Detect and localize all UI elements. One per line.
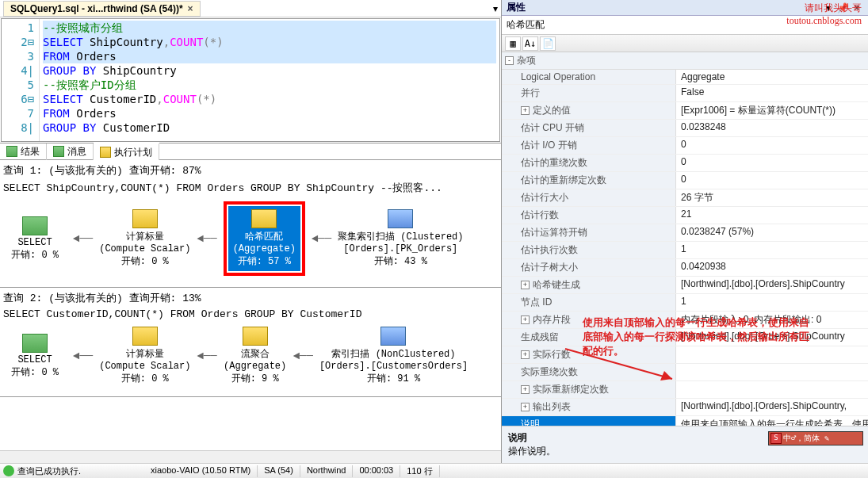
alphabetical-icon[interactable]: A↓	[522, 36, 538, 51]
ime-icon: S	[770, 433, 782, 444]
operator-icon	[251, 209, 277, 228]
sql-editor[interactable]: 12⊟34|56⊟78| --按照城市分组SELECT ShipCountry,…	[1, 18, 500, 142]
plan-row: SELECT开销: 0 %◄──计算标量(Compute Scalar)开销: …	[3, 322, 498, 390]
query-sql: SELECT ShipCountry,COUNT(*) FROM Orders …	[3, 179, 498, 197]
property-row[interactable]: +输出列表[Northwind].[dbo].[Orders].ShipCoun…	[502, 399, 868, 416]
property-row[interactable]: 估计 I/O 开销0	[502, 137, 868, 155]
status-segment: SA (54)	[258, 465, 300, 477]
property-row[interactable]: 并行False	[502, 85, 868, 102]
document-tab[interactable]: SQLQuery1.sql - xi...rthwind (SA (54))* …	[3, 1, 201, 17]
ime-bar[interactable]: S 中♂，简体 ✎	[768, 431, 863, 445]
status-segment: 00:00:03	[353, 465, 400, 477]
panel-title: 属性	[507, 1, 526, 14]
property-row[interactable]: +定义的值[Expr1006] = 标量运算符(COUNT(*))	[502, 102, 868, 120]
property-row[interactable]: Logical OperationAggregate	[502, 70, 868, 85]
arrow-icon: ◄──	[197, 232, 216, 245]
status-segment: xiaobo-VAIO (10.50 RTM)	[144, 465, 258, 477]
result-tab[interactable]: 消息	[47, 143, 94, 160]
arrow-icon: ◄──	[73, 350, 93, 362]
plan-node[interactable]: 索引扫描 (NonClustered)[Orders].[CustomersOr…	[319, 327, 468, 385]
result-tab[interactable]: 结果	[0, 143, 47, 160]
collapse-icon[interactable]: -	[505, 56, 514, 65]
sql-editor-panel: SQLQuery1.sql - xi...rthwind (SA (54))* …	[0, 0, 502, 463]
property-row[interactable]: 节点 ID1	[502, 294, 868, 312]
properties-toolbar: ▦ A↓ 📄	[502, 35, 868, 52]
result-tabs: 结果消息执行计划	[0, 143, 501, 160]
operator-icon	[132, 327, 158, 346]
query-block-1: 查询 1: (与该批有关的) 查询开销: 87% SELECT ShipCoun…	[0, 160, 501, 288]
categorized-icon[interactable]: ▦	[505, 36, 521, 51]
arrow-icon: ◄──	[73, 232, 93, 245]
operator-icon	[132, 209, 158, 228]
status-text: 查询已成功执行.	[17, 465, 144, 477]
plan-node[interactable]: 计算标量(Compute Scalar)开销: 0 %	[99, 209, 190, 268]
tab-icon	[53, 146, 64, 157]
line-gutter: 12⊟34|56⊟78|	[2, 19, 40, 141]
success-icon	[3, 465, 14, 476]
property-row[interactable]: 估计执行次数1	[502, 242, 868, 259]
close-icon[interactable]: ×	[188, 3, 193, 14]
ime-text: 中♂，简体 ✎	[783, 433, 829, 444]
arrow-icon: ◄──	[197, 350, 216, 362]
property-row[interactable]: 估计行数21	[502, 207, 868, 224]
plan-node[interactable]: SELECT开销: 0 %	[3, 334, 67, 379]
property-row[interactable]: +实际重新绑定次数	[502, 381, 868, 399]
operator-icon	[243, 327, 268, 346]
property-row[interactable]: 实际重绕次数	[502, 364, 868, 381]
document-tab-bar: SQLQuery1.sql - xi...rthwind (SA (54))* …	[0, 0, 501, 17]
operator-icon	[22, 334, 48, 353]
code-area[interactable]: --按照城市分组SELECT ShipCountry,COUNT(*)FROM …	[40, 19, 499, 141]
horizontal-scrollbar[interactable]	[0, 450, 501, 463]
property-category[interactable]: - 杂项	[502, 52, 868, 70]
plan-row: SELECT开销: 0 %◄──计算标量(Compute Scalar)开销: …	[3, 197, 498, 281]
expand-icon[interactable]: +	[521, 281, 530, 289]
arrow-icon: ◄──	[312, 232, 331, 245]
plan-node[interactable]: 聚集索引扫描 (Clustered)[Orders].[PK_Orders]开销…	[338, 209, 463, 268]
arrow-icon: ◄──	[293, 350, 313, 362]
operator-icon	[380, 327, 406, 346]
query-header: 查询 2: (与该批有关的) 查询开销: 13%	[3, 289, 498, 307]
properties-icon[interactable]: 📄	[540, 36, 556, 51]
status-segment: 110 行	[400, 465, 439, 477]
property-row[interactable]: 估计的重绕次数0	[502, 155, 868, 172]
property-row[interactable]: 估计行大小26 字节	[502, 189, 868, 207]
expand-icon[interactable]: +	[521, 350, 530, 359]
properties-panel: 请叫我头头哥 toutou.cnblogs.com 属性 ▾ 📌 × 哈希匹配 …	[502, 0, 868, 463]
watermark: 请叫我头头哥 toutou.cnblogs.com	[786, 2, 862, 27]
property-row[interactable]: +实际行数	[502, 346, 868, 364]
query-sql: SELECT CustomerID,COUNT(*) FROM Orders G…	[3, 307, 498, 322]
plan-node[interactable]: 流聚合(Aggregate)开销: 9 %	[224, 327, 287, 385]
plan-node[interactable]: SELECT开销: 0 %	[3, 216, 67, 262]
property-row[interactable]: 估计 CPU 开销0.0238248	[502, 120, 868, 137]
expand-icon[interactable]: +	[521, 106, 530, 115]
operator-icon	[22, 216, 48, 235]
property-row[interactable]: 估计运算符开销0.0238247 (57%)	[502, 224, 868, 242]
property-row[interactable]: 估计的重新绑定次数0	[502, 172, 868, 189]
expand-icon[interactable]: +	[521, 403, 530, 411]
property-row[interactable]: +内存片段内存片段输入: 0, 内存片段输出: 0	[502, 312, 868, 329]
property-row[interactable]: 说明使用来自顶部输入的每一行生成哈希表，使用	[502, 416, 868, 426]
tab-icon	[100, 147, 111, 158]
status-segment: Northwind	[300, 465, 354, 477]
desc-value: 操作说明。	[508, 445, 862, 458]
expand-icon[interactable]: +	[521, 315, 530, 324]
property-row[interactable]: +哈希键生成[Northwind].[dbo].[Orders].ShipCou…	[502, 277, 868, 294]
query-block-2: 查询 2: (与该批有关的) 查询开销: 13% SELECT Customer…	[0, 288, 501, 397]
expand-icon[interactable]: +	[521, 385, 530, 394]
execution-plan-area[interactable]: 查询 1: (与该批有关的) 查询开销: 87% SELECT ShipCoun…	[0, 160, 501, 450]
operator-icon	[388, 209, 413, 228]
status-bar: 查询已成功执行. xiaobo-VAIO (10.50 RTM)SA (54)N…	[0, 463, 868, 478]
query-header: 查询 1: (与该批有关的) 查询开销: 87%	[3, 162, 498, 179]
dropdown-icon[interactable]: ▾	[493, 3, 498, 14]
result-tab[interactable]: 执行计划	[94, 143, 159, 161]
document-title: SQLQuery1.sql - xi...rthwind (SA (54))*	[10, 3, 183, 14]
properties-grid[interactable]: - 杂项 Logical OperationAggregate并行False+定…	[502, 52, 868, 426]
plan-node[interactable]: 计算标量(Compute Scalar)开销: 0 %	[99, 327, 190, 385]
property-row[interactable]: 生成残留[Northwind].[dbo].[Orders].ShipCount…	[502, 329, 868, 346]
plan-node[interactable]: 哈希匹配(Aggregate)开销: 57 %	[228, 206, 300, 271]
tab-icon	[6, 146, 17, 157]
property-row[interactable]: 估计子树大小0.0420938	[502, 259, 868, 277]
